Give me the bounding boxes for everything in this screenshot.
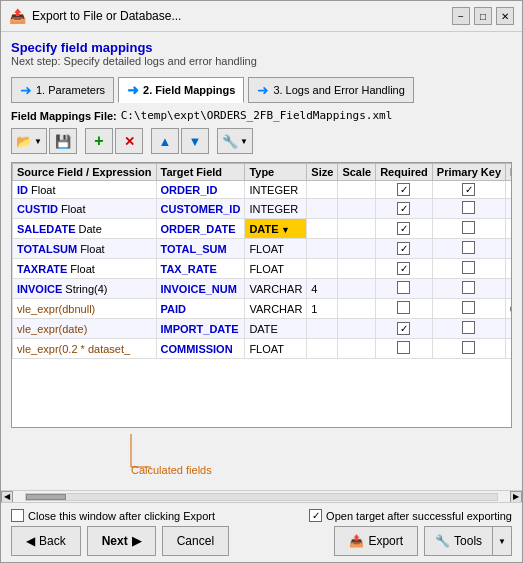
close-window-label: Close this window after clicking Export <box>28 510 215 522</box>
cell-required[interactable] <box>376 339 433 359</box>
cell-required[interactable]: ✓ <box>376 239 433 259</box>
tab-field-mappings[interactable]: ➜ 2. Field Mappings <box>118 77 244 103</box>
scroll-left-arrow[interactable]: ◀ <box>1 491 13 503</box>
minimize-button[interactable]: − <box>452 7 470 25</box>
close-button[interactable]: ✕ <box>496 7 514 25</box>
cell-primary-key[interactable] <box>432 279 505 299</box>
scroll-track[interactable] <box>25 493 498 501</box>
cell-scale <box>338 299 376 319</box>
primary-key-checkbox[interactable] <box>462 221 475 234</box>
tab-logs[interactable]: ➜ 3. Logs and Error Handling <box>248 77 413 103</box>
required-checkbox[interactable] <box>397 341 410 354</box>
cell-required[interactable]: ✓ <box>376 199 433 219</box>
cell-primary-key[interactable] <box>432 199 505 219</box>
title-controls: − □ ✕ <box>452 7 514 25</box>
table-row[interactable]: CUSTID FloatCUSTOMER_IDINTEGER✓ <box>13 199 513 219</box>
required-checkbox[interactable]: ✓ <box>397 202 410 215</box>
maximize-button[interactable]: □ <box>474 7 492 25</box>
table-row[interactable]: vle_expr(0.2 * dataset_COMMISSIONFLOAT <box>13 339 513 359</box>
cell-primary-key[interactable]: ✓ <box>432 181 505 199</box>
primary-key-checkbox[interactable] <box>462 341 475 354</box>
cell-required[interactable]: ✓ <box>376 181 433 199</box>
cell-required[interactable] <box>376 279 433 299</box>
cell-primary-key[interactable] <box>432 319 505 339</box>
tab-arrow-3: ➜ <box>257 82 269 98</box>
cell-required[interactable]: ✓ <box>376 259 433 279</box>
table-row[interactable]: TOTALSUM FloatTOTAL_SUMFLOAT✓ <box>13 239 513 259</box>
add-row-button[interactable]: + <box>85 128 113 154</box>
back-button[interactable]: ◀ Back <box>11 526 81 556</box>
open-button[interactable]: 📂 ▼ <box>11 128 47 154</box>
table-row[interactable]: SALEDATE DateORDER_DATEDATE ▼✓ <box>13 219 513 239</box>
move-down-button[interactable]: ▼ <box>181 128 209 154</box>
specify-subtitle: Next step: Specify detailed logs and err… <box>11 55 512 67</box>
col-default: Default <box>506 164 512 181</box>
tools-button[interactable]: 🔧 Tools <box>424 526 492 556</box>
cell-primary-key[interactable] <box>432 339 505 359</box>
open-target-label: Open target after successful exporting <box>326 510 512 522</box>
primary-key-checkbox[interactable] <box>462 201 475 214</box>
horizontal-scrollbar[interactable]: ◀ ▶ <box>1 490 522 502</box>
open-target-checkbox-label[interactable]: ✓ Open target after successful exporting <box>309 509 512 522</box>
close-window-checkbox[interactable] <box>11 509 24 522</box>
primary-key-checkbox[interactable] <box>462 261 475 274</box>
next-button[interactable]: Next ▶ <box>87 526 156 556</box>
required-checkbox[interactable]: ✓ <box>397 322 410 335</box>
cell-size <box>307 259 338 279</box>
cell-default: 0 <box>506 299 512 319</box>
save-button[interactable]: 💾 <box>49 128 77 154</box>
required-checkbox[interactable] <box>397 301 410 314</box>
add-icon: + <box>94 132 103 150</box>
required-checkbox[interactable]: ✓ <box>397 222 410 235</box>
cell-source: vle_expr(date) <box>13 319 157 339</box>
cell-source: TAXRATE Float <box>13 259 157 279</box>
cell-required[interactable]: ✓ <box>376 319 433 339</box>
open-target-checkbox[interactable]: ✓ <box>309 509 322 522</box>
cell-required[interactable] <box>376 299 433 319</box>
checkboxes-row: Close this window after clicking Export … <box>11 509 512 522</box>
tab-field-mappings-label: 2. Field Mappings <box>143 84 235 96</box>
scroll-thumb[interactable] <box>26 494 66 500</box>
move-down-icon: ▼ <box>189 134 202 149</box>
table-row[interactable]: INVOICE String(4)INVOICE_NUMVARCHAR4 <box>13 279 513 299</box>
cell-scale <box>338 259 376 279</box>
cell-primary-key[interactable] <box>432 259 505 279</box>
export-button[interactable]: 📤 Export <box>334 526 418 556</box>
required-checkbox[interactable]: ✓ <box>397 262 410 275</box>
col-target: Target Field <box>156 164 245 181</box>
primary-key-checkbox[interactable] <box>462 301 475 314</box>
primary-key-checkbox[interactable] <box>462 321 475 334</box>
cell-target: IMPORT_DATE <box>156 319 245 339</box>
cell-size <box>307 199 338 219</box>
cell-primary-key[interactable] <box>432 239 505 259</box>
table-row[interactable]: TAXRATE FloatTAX_RATEFLOAT✓ <box>13 259 513 279</box>
cell-source: vle_expr(dbnull) <box>13 299 157 319</box>
close-window-checkbox-label[interactable]: Close this window after clicking Export <box>11 509 215 522</box>
cancel-button[interactable]: Cancel <box>162 526 229 556</box>
cell-source: TOTALSUM Float <box>13 239 157 259</box>
table-row[interactable]: vle_expr(date)IMPORT_DATEDATE✓ <box>13 319 513 339</box>
primary-key-checkbox[interactable]: ✓ <box>462 183 475 196</box>
required-checkbox[interactable]: ✓ <box>397 242 410 255</box>
fire-button[interactable]: 🔧 ▼ <box>217 128 253 154</box>
table-row[interactable]: vle_expr(dbnull)PAIDVARCHAR10 <box>13 299 513 319</box>
cell-type: FLOAT <box>245 339 307 359</box>
primary-key-checkbox[interactable] <box>462 281 475 294</box>
cell-default <box>506 199 512 219</box>
primary-key-checkbox[interactable] <box>462 241 475 254</box>
toolbar: 📂 ▼ 💾 + ✕ ▲ ▼ 🔧 ▼ <box>11 128 512 154</box>
required-checkbox[interactable] <box>397 281 410 294</box>
save-icon: 💾 <box>55 134 71 149</box>
window-title: Export to File or Database... <box>32 9 181 23</box>
scroll-right-arrow[interactable]: ▶ <box>510 491 522 503</box>
delete-row-button[interactable]: ✕ <box>115 128 143 154</box>
cell-primary-key[interactable] <box>432 219 505 239</box>
required-checkbox[interactable]: ✓ <box>397 183 410 196</box>
table-row[interactable]: ID FloatORDER_IDINTEGER✓✓ <box>13 181 513 199</box>
tab-parameters[interactable]: ➜ 1. Parameters <box>11 77 114 103</box>
tools-dropdown-button[interactable]: ▼ <box>492 526 512 556</box>
cell-required[interactable]: ✓ <box>376 219 433 239</box>
cell-primary-key[interactable] <box>432 299 505 319</box>
move-up-button[interactable]: ▲ <box>151 128 179 154</box>
table-container[interactable]: Source Field / Expression Target Field T… <box>11 162 512 428</box>
